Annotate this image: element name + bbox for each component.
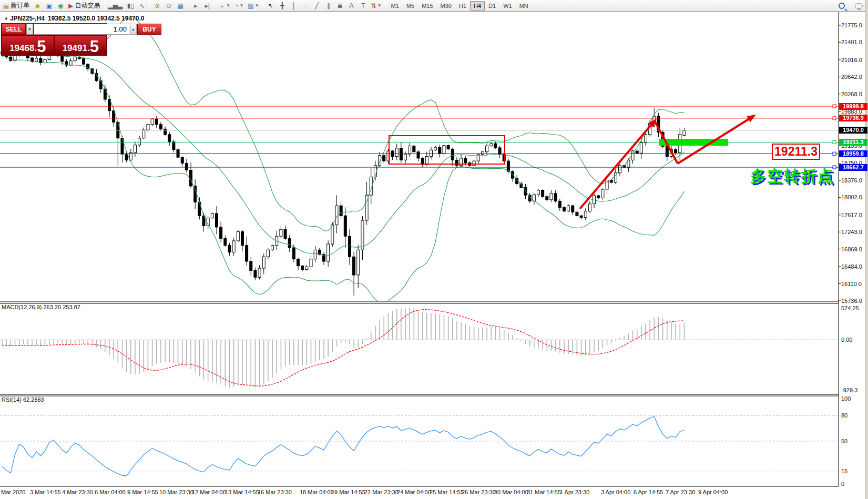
volume-up-button[interactable]: ▲ — [130, 24, 137, 35]
x-axis-date: 16 Mar 23:30 — [258, 489, 292, 495]
text-icon-icon: A — [350, 3, 354, 9]
market-watch-icon[interactable]: ▣ — [43, 1, 55, 11]
gold-seal-icon[interactable]: ◆ — [32, 1, 43, 11]
candlestick-chart-icon[interactable]: ▮▯ — [125, 1, 136, 11]
sell-price-button[interactable]: 19468.5 — [2, 35, 54, 55]
y-axis-tick: 21775.0 — [841, 22, 862, 28]
price-tag-18959.8: 18959.8 — [839, 150, 867, 157]
timeframe-d1[interactable]: D1 — [485, 1, 499, 11]
fibonacci-icon[interactable]: ≣ — [334, 1, 346, 11]
volume-input[interactable] — [34, 24, 129, 35]
rsi-axis-tick: 100 — [841, 395, 851, 402]
sell-button[interactable]: SELL — [2, 24, 26, 35]
macd-label: MACD(12,26,9) 263.20 253.87 — [2, 304, 80, 310]
x-axis-date: 22 Mar 23:30 — [364, 489, 399, 495]
toolbar-separator — [215, 2, 215, 10]
rsi-label: RSI(14) 62.2883 — [2, 396, 44, 403]
timeframe-h4[interactable]: H4 — [470, 1, 485, 11]
new-chart-icon: ＋ — [219, 3, 225, 9]
x-axis-date: 3 Apr 04:00 — [601, 489, 630, 495]
symbol-period: JPN225-,H4 — [10, 15, 45, 22]
x-axis-date: 24 Mar 04:00 — [397, 489, 431, 495]
rsi-axis-tick: 15 — [841, 468, 847, 474]
mt4-window: ▤新订单◆▣◉▶自动交易▂▅▃▮▯∿⊕⊖▦▸▸|＋▼◔▼▧▼↖╋│─╱∥≣AT⇅… — [0, 0, 868, 499]
templates-button[interactable]: ▧▼ — [246, 1, 261, 11]
macd-axis-tick: 0.00 — [841, 337, 852, 343]
tile-windows-icon-icon: ▦ — [178, 3, 183, 9]
macd-axis-tick: -929.3 — [841, 387, 857, 393]
label-icon[interactable]: T — [358, 1, 369, 11]
rsi-axis-tick: 50 — [841, 438, 847, 444]
crosshair-icon[interactable]: ╋ — [277, 1, 288, 11]
x-axis-date: 30 Mar 04:00 — [494, 489, 528, 495]
arrows-icon-icon: ⇅ — [371, 3, 376, 9]
candlestick-chart-icon-icon: ▮▯ — [127, 3, 134, 9]
trendline-icon[interactable]: ╱ — [311, 1, 323, 11]
chart-canvas[interactable] — [0, 12, 868, 499]
arrows-icon[interactable]: ⇅▼ — [369, 1, 384, 11]
timeframe-mn[interactable]: MN — [516, 1, 532, 11]
timeframe-m1[interactable]: M1 — [387, 1, 403, 11]
chart-shift-icon[interactable]: ▸| — [201, 1, 213, 11]
x-axis-date: Mar 2020 — [1, 489, 25, 495]
new-order-button[interactable]: ▤新订单 — [1, 1, 32, 11]
toolbar: ▤新订单◆▣◉▶自动交易▂▅▃▮▯∿⊕⊖▦▸▸|＋▼◔▼▧▼↖╋│─╱∥≣AT⇅… — [0, 0, 868, 12]
x-axis-date: 18 Mar 04:00 — [300, 489, 334, 495]
timeframe-w1[interactable]: W1 — [499, 1, 516, 11]
timeframe-m15[interactable]: M15 — [418, 1, 436, 11]
y-axis-tick: 18376.0 — [841, 177, 862, 184]
zoom-out-icon[interactable]: ⊖ — [163, 1, 175, 11]
x-axis-date: 12 Mar 04:00 — [192, 489, 226, 495]
line-chart-icon[interactable]: ∿ — [136, 1, 148, 11]
timeframe-m30[interactable]: M30 — [437, 1, 455, 11]
trendline-icon-icon: ╱ — [315, 3, 319, 9]
tile-windows-icon[interactable]: ▦ — [175, 1, 186, 11]
templates-icon: ▧ — [248, 3, 253, 9]
x-axis-date: 31 Mar 14:55 — [527, 489, 561, 495]
volume-down-button[interactable]: ▼ — [26, 24, 33, 35]
channel-icon-icon: ∥ — [327, 3, 330, 9]
buy-price-button[interactable]: 19491.5 — [55, 35, 107, 55]
chat-button[interactable] — [853, 1, 865, 11]
auto-trading-button[interactable]: ▶自动交易 — [66, 1, 102, 11]
gold-seal-icon-icon: ◆ — [35, 3, 40, 9]
price-tag-19736.9: 19736.9 — [839, 115, 867, 121]
signals-icon[interactable]: ◉ — [55, 1, 66, 11]
x-axis-date: 19 Mar 14:55 — [331, 489, 365, 495]
zoom-out-icon-icon: ⊖ — [166, 3, 171, 9]
bar-chart-icon[interactable]: ▂▅▃ — [106, 1, 125, 11]
label-icon-icon: T — [361, 3, 365, 9]
rsi-axis-tick: 80 — [841, 412, 847, 419]
toolbar-separator — [149, 2, 150, 10]
market-watch-icon-icon: ▣ — [46, 3, 52, 9]
new-chart-button[interactable]: ＋▼ — [217, 1, 232, 11]
one-click-trade-panel: SELL ▼ ▲ BUY 19468.5 19491.5 — [1, 23, 107, 56]
vertical-line-icon-icon: │ — [292, 3, 296, 9]
chat-icon — [855, 3, 863, 9]
text-icon[interactable]: A — [346, 1, 358, 11]
cursor-icon[interactable]: ↖ — [265, 1, 277, 11]
vertical-line-icon[interactable]: │ — [288, 1, 300, 11]
search-button[interactable] — [836, 1, 847, 11]
price-tag-19470.0: 19470.0 — [839, 127, 867, 134]
zoom-in-icon[interactable]: ⊕ — [151, 1, 163, 11]
toolbar-separator — [385, 2, 386, 10]
buy-button[interactable]: BUY — [137, 24, 161, 35]
x-axis-date: 9 Mar 14:55 — [127, 489, 158, 495]
toolbar-separator — [263, 2, 263, 10]
horizontal-line-icon[interactable]: ─ — [300, 1, 311, 11]
cn-annotation: 多空转折点 — [750, 166, 834, 187]
y-axis-tick: 21401.0 — [841, 39, 862, 45]
auto-scroll-icon[interactable]: ▸ — [190, 1, 201, 11]
horizontal-line-icon-icon: ─ — [303, 3, 308, 9]
x-axis-date: 26 Mar 23:30 — [462, 489, 496, 495]
periods-button[interactable]: ◔▼ — [232, 1, 246, 11]
chart-area[interactable]: ▲JPN225-,H419362.5 19520.0 19342.5 19470… — [0, 12, 868, 499]
channel-icon[interactable]: ∥ — [323, 1, 334, 11]
timeframe-m5[interactable]: M5 — [403, 1, 418, 11]
y-axis-tick: 16869.0 — [841, 246, 862, 252]
y-axis-tick: 17617.0 — [841, 212, 862, 218]
line-chart-icon-icon: ∿ — [139, 3, 145, 9]
timeframe-h1[interactable]: H1 — [455, 1, 470, 11]
chart-shift-icon-icon: ▸| — [205, 3, 210, 9]
